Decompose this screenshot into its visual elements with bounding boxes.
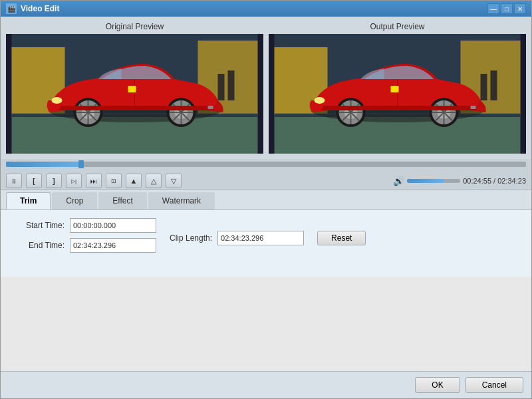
svg-point-39 [315, 97, 325, 104]
tab-trim[interactable]: Trim [6, 192, 51, 209]
title-bar: 🎬 Video Edit — □ ✕ [1, 1, 531, 17]
ok-button[interactable]: OK [415, 377, 460, 393]
volume-section: 🔊 00:24:55 / 02:34:23 [393, 176, 526, 186]
clip-length-input[interactable] [217, 231, 304, 245]
close-button[interactable]: ✕ [514, 3, 526, 14]
original-preview-label: Original Preview [106, 22, 164, 31]
title-bar-left: 🎬 Video Edit [6, 3, 59, 14]
pause-button[interactable]: ⏸ [6, 174, 22, 188]
output-preview-panel: Output Preview [269, 22, 526, 154]
window-title: Video Edit [21, 4, 59, 13]
original-preview-canvas [6, 34, 263, 154]
mark-out-button[interactable]: ] [46, 174, 62, 188]
svg-rect-56 [391, 86, 399, 92]
timeline-bar[interactable] [6, 162, 526, 167]
original-preview-panel: Original Preview [6, 22, 263, 154]
svg-rect-57 [471, 106, 476, 109]
timeline-thumb[interactable] [78, 160, 84, 168]
output-preview-canvas [269, 34, 526, 154]
volume-icon: 🔊 [393, 176, 404, 186]
start-time-label: Start Time: [11, 221, 65, 230]
start-time-row: Start Time: [11, 218, 156, 233]
svg-point-10 [52, 97, 63, 104]
end-time-input[interactable] [70, 238, 156, 253]
svg-rect-27 [128, 86, 136, 92]
controls-row: ⏸ [ ] ▷| ⏭ ⊡ ▲ △ ▽ 🔊 00:24:55 / 02:34:23 [1, 172, 531, 190]
maximize-button[interactable]: □ [501, 3, 513, 14]
timeline-section [1, 159, 531, 172]
timeline-progress [6, 162, 84, 167]
start-time-input[interactable] [70, 218, 156, 233]
bottom-buttons: OK Cancel [1, 371, 531, 398]
trim-button[interactable]: ⊡ [106, 174, 122, 188]
reset-button[interactable]: Reset [317, 231, 366, 245]
clip-length-label: Clip Length: [170, 233, 212, 243]
flip-button[interactable]: ▽ [166, 174, 182, 188]
rotate-ccw-button[interactable]: △ [146, 174, 162, 188]
play-segment-button[interactable]: ▷| [66, 174, 82, 188]
volume-fill [407, 179, 444, 183]
svg-rect-5 [218, 74, 225, 100]
volume-bar[interactable] [407, 179, 460, 183]
end-time-row: End Time: [11, 238, 156, 253]
mark-in-button[interactable]: [ [26, 174, 42, 188]
preview-section: Original Preview [1, 17, 531, 159]
minimize-button[interactable]: — [487, 3, 499, 14]
tabs-row: Trim Crop Effect Watermark [1, 190, 531, 210]
output-preview-label: Output Preview [370, 22, 424, 31]
tab-watermark[interactable]: Watermark [148, 192, 215, 209]
rotate-cw-button[interactable]: ▲ [126, 174, 142, 188]
trim-left-col: Start Time: End Time: [11, 218, 156, 258]
tabs-section: Trim Crop Effect Watermark Start Time: E… [1, 190, 531, 277]
title-controls: — □ ✕ [487, 3, 526, 14]
svg-rect-28 [208, 106, 213, 109]
end-time-label: End Time: [11, 241, 65, 250]
clip-length-section: Clip Length: Reset [170, 231, 366, 245]
main-window: 🎬 Video Edit — □ ✕ Original Preview [0, 0, 532, 399]
svg-rect-34 [481, 74, 487, 100]
svg-rect-35 [491, 70, 497, 100]
cancel-button[interactable]: Cancel [466, 377, 523, 393]
svg-rect-6 [228, 70, 235, 100]
trim-form-row: Start Time: End Time: Clip Length: Reset [11, 218, 521, 258]
tab-crop[interactable]: Crop [52, 192, 97, 209]
time-display: 00:24:55 / 02:34:23 [463, 177, 526, 185]
tab-content-trim: Start Time: End Time: Clip Length: Reset [1, 210, 531, 277]
next-button[interactable]: ⏭ [86, 174, 102, 188]
tab-effect[interactable]: Effect [98, 192, 146, 209]
app-icon: 🎬 [6, 3, 17, 14]
